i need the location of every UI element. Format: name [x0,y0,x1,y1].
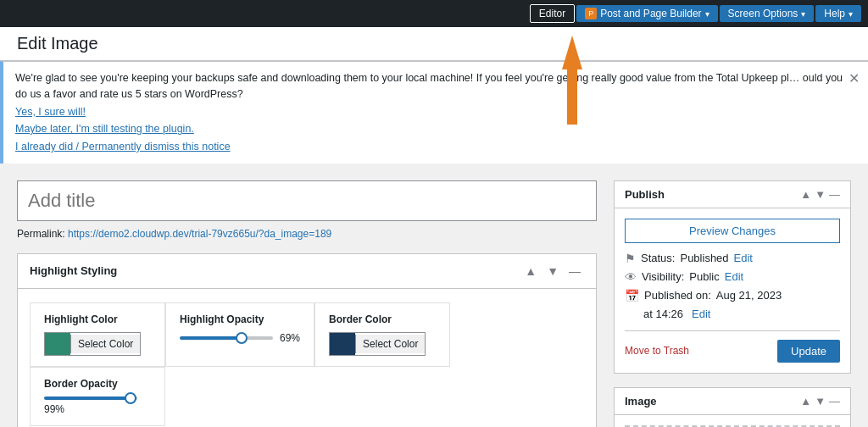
highlight-opacity-label: Highlight Opacity [180,313,300,325]
editor-tab[interactable]: Editor [530,4,575,23]
notice-text: We're glad to see you're keeping your ba… [15,70,856,103]
accordion-body-highlight: Highlight Color Select Color Highlight O… [18,289,596,427]
image-box: Image ▲ ▼ — Drop image here or Upload Im… [614,387,851,427]
help-label: Help [824,8,845,19]
image-down-btn[interactable]: ▼ [815,395,826,408]
highlight-color-label: Highlight Color [44,313,151,325]
published-time-row: at 14:26 Edit [625,308,840,320]
visibility-label: Visibility: [642,270,684,283]
border-opacity-label: Border Opacity [44,378,151,390]
highlight-color-cell: Highlight Color Select Color [30,302,165,367]
editor-column: Permalink: https://demo2.cloudwp.dev/tri… [17,180,597,427]
published-on-value: Aug 21, 2023 [716,289,782,302]
visibility-row: 👁 Visibility: Public Edit [625,270,840,284]
status-icon: ⚑ [625,252,636,265]
border-color-btn[interactable]: Select Color [329,332,426,356]
highlight-opacity-slider-wrap: 69% [180,332,300,344]
highlight-opacity-cell: Highlight Opacity 69% [165,302,314,367]
publish-box-title: Publish [625,188,665,201]
image-sidebar-controls: ▲ ▼ — [800,395,840,408]
move-to-trash-link[interactable]: Move to Trash [625,345,689,357]
image-body: Drop image here or Upload Image [615,415,850,427]
image-box-header: Image ▲ ▼ — [615,388,850,415]
border-color-cell: Border Color Select Color [314,302,450,367]
border-color-swatch [330,333,355,355]
accordion-title-highlight: Highlight Styling [30,264,117,277]
accordion-close-highlight[interactable]: — [565,263,584,280]
published-on-label: Published on: [644,289,711,302]
border-opacity-value: 99% [44,403,151,415]
status-row: ⚑ Status: Published Edit [625,252,840,265]
permalink-url[interactable]: https://demo2.cloudwp.dev/trial-79vz665u… [68,228,331,240]
permalink: Permalink: https://demo2.cloudwp.dev/tri… [17,228,597,240]
publish-actions: Move to Trash Update [625,330,840,363]
publish-up-btn[interactable]: ▲ [800,188,811,201]
calendar-icon: 📅 [625,289,639,302]
notice-banner: ✕ We're glad to see you're keeping your … [0,61,868,164]
border-color-label: Border Color [329,313,436,325]
page-builder-caret: ▾ [705,9,709,19]
highlight-opacity-slider-row: 69% [180,332,300,344]
border-opacity-slider[interactable] [44,396,137,400]
visibility-value: Public [689,270,719,283]
border-opacity-slider-wrap: 99% [44,396,151,415]
close-notice-icon[interactable]: ✕ [849,69,860,89]
permalink-label: Permalink: [17,228,65,240]
publish-down-btn[interactable]: ▼ [815,188,826,201]
accordion-down-highlight[interactable]: ▼ [543,263,562,280]
highlight-color-select-label: Select Color [70,335,140,353]
update-btn[interactable]: Update [777,340,840,363]
editor-label: Editor [539,8,565,19]
highlight-opacity-value: 69% [280,332,300,344]
screen-options-caret: ▾ [801,9,805,19]
visibility-edit-link[interactable]: Edit [725,270,743,283]
page-title: Edit Image [17,34,851,53]
page-header: Edit Image [0,27,868,61]
screen-options-btn[interactable]: Screen Options ▾ [720,5,815,22]
image-close-btn[interactable]: — [829,395,840,408]
status-edit-link[interactable]: Edit [734,252,753,264]
highlight-color-btn[interactable]: Select Color [44,332,141,356]
image-up-btn[interactable]: ▲ [800,395,811,408]
sidebar: Publish ▲ ▼ — Preview Changes ⚑ Status: … [614,180,851,427]
accordion-header-highlight[interactable]: Highlight Styling ▲ ▼ — [18,254,596,289]
highlight-color-swatch [45,333,70,355]
title-input[interactable] [17,180,597,221]
publish-close-btn[interactable]: — [829,188,840,201]
border-opacity-slider-row [44,396,151,400]
notice-link-dismiss[interactable]: I already did / Permanently dismiss this… [15,139,856,155]
notice-link-maybe[interactable]: Maybe later, I'm still testing the plugi… [15,121,856,137]
content-area: Permalink: https://demo2.cloudwp.dev/tri… [0,164,868,427]
publish-box-header: Publish ▲ ▼ — [615,181,850,208]
help-caret: ▾ [849,9,853,19]
publish-body: Preview Changes ⚑ Status: Published Edit… [615,208,850,373]
styling-row: Highlight Color Select Color Highlight O… [30,302,584,426]
page-builder-label: Post and Page Builder [600,8,701,19]
published-edit-link[interactable]: Edit [692,308,710,320]
status-label: Status: [641,252,675,264]
publish-box: Publish ▲ ▼ — Preview Changes ⚑ Status: … [614,180,851,374]
accordion-controls-highlight: ▲ ▼ — [521,263,584,280]
highlight-opacity-slider[interactable] [180,336,273,340]
publish-sidebar-controls: ▲ ▼ — [800,188,840,201]
page-builder-btn[interactable]: P Post and Page Builder ▾ [576,5,717,22]
published-on-row: 📅 Published on: Aug 21, 2023 [625,289,840,302]
border-color-select-label: Select Color [355,335,425,353]
visibility-icon: 👁 [625,270,637,284]
published-time: at 14:26 [643,308,683,320]
status-value: Published [680,252,728,264]
screen-options-label: Screen Options [728,8,798,19]
top-nav: Editor P Post and Page Builder ▾ Screen … [0,0,868,27]
accordion-up-highlight[interactable]: ▲ [521,263,540,280]
notice-link-yes[interactable]: Yes, I sure will! [15,104,856,120]
image-box-title: Image [625,395,657,408]
highlight-styling-section: Highlight Styling ▲ ▼ — Highlight Color … [17,253,597,427]
help-btn[interactable]: Help ▾ [815,5,861,22]
border-opacity-cell: Border Opacity 99% [30,367,165,426]
preview-changes-btn[interactable]: Preview Changes [625,219,840,243]
